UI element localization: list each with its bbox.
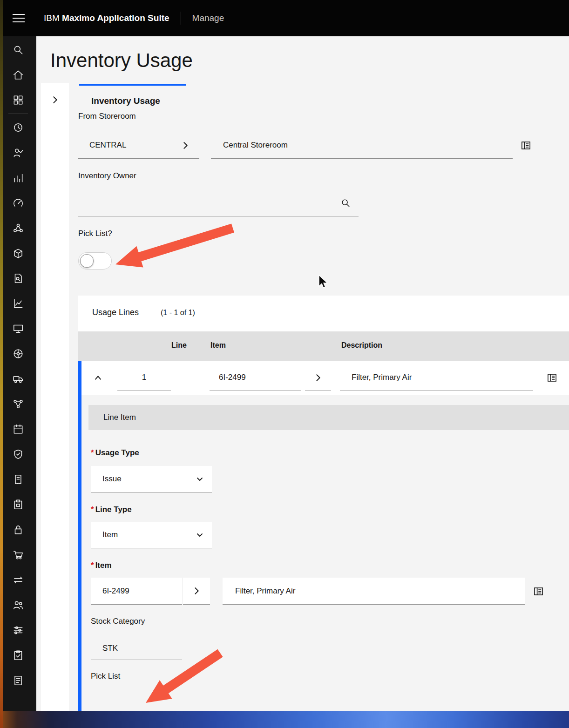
sidebar-operations-icon[interactable] bbox=[0, 341, 36, 366]
table-row: 1 6I-2499 Filter, Primary Air bbox=[78, 361, 569, 395]
chevron-up-icon bbox=[94, 374, 102, 382]
stock-category-text: STK bbox=[102, 644, 118, 653]
inventory-owner-input[interactable] bbox=[78, 190, 359, 216]
wallpaper-left-strip bbox=[0, 0, 3, 728]
row-line-input[interactable]: 1 bbox=[117, 364, 171, 391]
hamburger-menu-button[interactable] bbox=[0, 0, 37, 36]
usage-type-label-text: Usage Type bbox=[95, 448, 139, 457]
chevron-down-icon bbox=[196, 475, 203, 483]
item-code-value: 6I-2499 bbox=[102, 586, 129, 596]
chevron-down-icon bbox=[196, 531, 203, 539]
row-item-input[interactable]: 6I-2499 bbox=[210, 364, 301, 391]
sidebar-security-icon[interactable] bbox=[0, 517, 36, 542]
app-name: Manage bbox=[192, 13, 224, 23]
sidebar-assigned-work-icon[interactable] bbox=[0, 140, 36, 165]
chevron-right-icon bbox=[51, 96, 59, 104]
row-description-input[interactable]: Filter, Primary Air bbox=[340, 364, 533, 391]
from-storeroom-description-value: Central Storeroom bbox=[223, 141, 288, 150]
column-description: Description bbox=[341, 341, 382, 350]
sidebar-configuration-icon[interactable] bbox=[0, 618, 36, 643]
column-line: Line bbox=[171, 341, 187, 350]
sidebar-inspections-icon[interactable] bbox=[0, 643, 36, 668]
sidebar-schedule-icon[interactable] bbox=[0, 417, 36, 442]
chevron-right-icon bbox=[182, 142, 190, 149]
line-type-value: Item bbox=[102, 530, 118, 539]
sidebar-work-orders-icon[interactable] bbox=[0, 668, 36, 693]
sidebar-app-switcher-icon[interactable] bbox=[0, 88, 36, 113]
sidebar-assets-icon[interactable] bbox=[0, 216, 36, 241]
selected-row-indicator bbox=[78, 361, 81, 711]
table-header: Line Item Description bbox=[78, 331, 569, 361]
collapsed-side-panel bbox=[41, 83, 69, 711]
brand-title: IBM Maximo Application Suite bbox=[44, 13, 169, 23]
usage-type-dropdown[interactable]: Issue bbox=[91, 466, 212, 492]
main-content: Inventory Usage Inventory Usage From Sto… bbox=[36, 36, 569, 711]
sidebar-receiving-icon[interactable] bbox=[0, 492, 36, 517]
line-pick-list-label: Pick List bbox=[91, 672, 120, 681]
sidebar-divider bbox=[8, 114, 28, 114]
sidebar-inventory-icon[interactable] bbox=[0, 241, 36, 266]
line-type-dropdown[interactable]: Item bbox=[91, 522, 212, 548]
sidebar-safety-icon[interactable] bbox=[0, 442, 36, 467]
sidebar-purchasing-icon[interactable] bbox=[0, 542, 36, 567]
line-type-label: *Line Type bbox=[91, 505, 132, 514]
row-line-value: 1 bbox=[142, 373, 146, 382]
sidebar-network-icon[interactable] bbox=[0, 391, 36, 417]
item-detail-chevron[interactable] bbox=[183, 578, 210, 605]
item-code-input[interactable]: 6I-2499 bbox=[91, 578, 182, 605]
row-item-detail-chevron[interactable] bbox=[305, 364, 331, 391]
from-storeroom-input[interactable]: CENTRAL bbox=[78, 132, 171, 159]
item-description-input[interactable]: Filter, Primary Air bbox=[223, 578, 525, 605]
header-divider bbox=[181, 12, 181, 25]
annotation-arrow-toggle bbox=[106, 223, 246, 277]
page-title: Inventory Usage bbox=[50, 49, 193, 72]
chevron-right-icon bbox=[314, 374, 322, 382]
row-datatable-icon[interactable] bbox=[540, 364, 563, 391]
usage-lines-count: (1 - 1 of 1) bbox=[161, 309, 195, 317]
expand-panel-button[interactable] bbox=[47, 92, 62, 107]
sidebar-integration-icon[interactable] bbox=[0, 567, 36, 593]
stock-category-label: Stock Category bbox=[91, 617, 145, 626]
sidebar-recent-icon[interactable] bbox=[0, 115, 36, 140]
sidebar-search-icon[interactable] bbox=[0, 37, 36, 62]
row-item-value: 6I-2499 bbox=[219, 373, 246, 382]
from-storeroom-label: From Storeroom bbox=[78, 112, 136, 121]
mouse-cursor bbox=[318, 275, 331, 290]
from-storeroom-description-input[interactable]: Central Storeroom bbox=[211, 132, 513, 159]
usage-lines-title: Usage Lines bbox=[92, 308, 139, 317]
required-asterisk: * bbox=[91, 448, 94, 457]
item-label-text: Item bbox=[95, 561, 112, 570]
sidebar-work-view-icon[interactable] bbox=[0, 266, 36, 291]
inventory-owner-search-icon[interactable] bbox=[332, 190, 359, 216]
chevron-right-icon bbox=[193, 587, 201, 595]
usage-type-value: Issue bbox=[102, 474, 122, 484]
from-storeroom-datatable-icon[interactable] bbox=[513, 132, 539, 159]
item-datatable-icon[interactable] bbox=[526, 578, 550, 605]
sidebar-home-icon[interactable] bbox=[0, 62, 36, 88]
collapse-row-chevron[interactable] bbox=[88, 361, 108, 395]
brand-prefix: IBM bbox=[44, 13, 60, 23]
sidebar-transportation-icon[interactable] bbox=[0, 366, 36, 391]
pick-list-toggle-knob bbox=[80, 254, 94, 268]
sidebar-monitor-icon[interactable] bbox=[0, 316, 36, 341]
brand-name: Maximo Application Suite bbox=[62, 13, 169, 23]
from-storeroom-value: CENTRAL bbox=[89, 141, 126, 150]
tab-inventory-usage[interactable]: Inventory Usage bbox=[91, 96, 160, 106]
inventory-owner-label: Inventory Owner bbox=[78, 171, 136, 181]
line-item-section-title: Line Item bbox=[103, 413, 136, 422]
sidebar-people-icon[interactable] bbox=[0, 593, 36, 618]
wallpaper-bottom-strip bbox=[0, 711, 569, 728]
line-type-label-text: Line Type bbox=[95, 505, 132, 514]
sidebar-reports-icon[interactable] bbox=[0, 165, 36, 190]
sidebar-invoices-icon[interactable] bbox=[0, 467, 36, 492]
row-description-value: Filter, Primary Air bbox=[352, 373, 412, 382]
sidebar-analytics-icon[interactable] bbox=[0, 291, 36, 316]
app-header: IBM Maximo Application Suite Manage bbox=[0, 0, 569, 36]
active-tab-underline bbox=[79, 84, 186, 86]
from-storeroom-detail-chevron[interactable] bbox=[171, 132, 199, 159]
sidebar-nav bbox=[0, 36, 36, 711]
required-asterisk: * bbox=[91, 561, 94, 570]
sidebar-meters-icon[interactable] bbox=[0, 190, 36, 216]
line-item-section-header: Line Item bbox=[88, 405, 569, 430]
item-description-value: Filter, Primary Air bbox=[235, 586, 295, 596]
